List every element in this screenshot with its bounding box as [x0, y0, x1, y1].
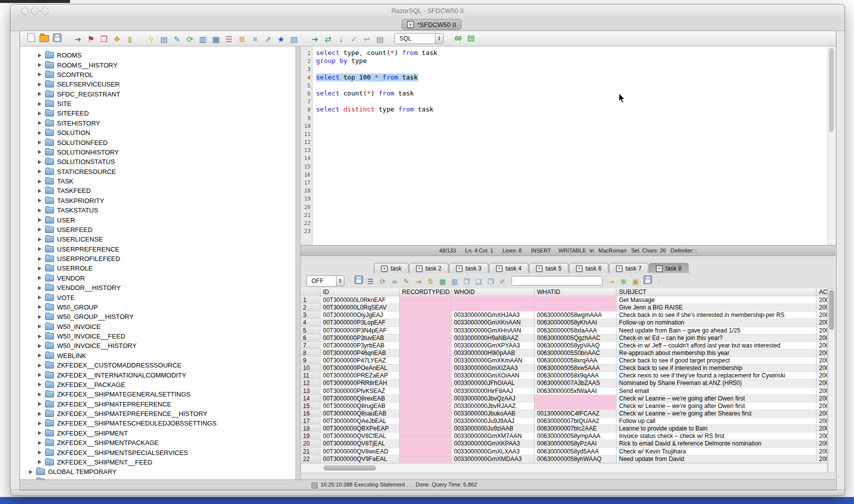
disclosure-triangle-icon[interactable]	[38, 324, 42, 328]
cell[interactable]	[534, 296, 616, 304]
cell[interactable]: Check w/ Leanne – we're going after Shea…	[616, 410, 816, 418]
cell[interactable]: Re-approach about membership this year	[616, 350, 816, 357]
cell[interactable]: Check w/ Kevin Tsujihara	[616, 448, 816, 456]
disclosure-triangle-icon[interactable]	[38, 228, 42, 232]
database-icon[interactable]: ▮	[124, 34, 136, 46]
disclosure-triangle-icon[interactable]	[38, 364, 42, 368]
editor-line[interactable]: 5	[300, 82, 828, 90]
column-header-rownum[interactable]	[300, 288, 320, 296]
cell[interactable]	[400, 327, 452, 334]
disclosure-triangle-icon[interactable]	[38, 334, 42, 338]
sidebar-item-zkfedex__shipmentpackage[interactable]: ZKFEDEX__SHIPMENTPACKAGE	[20, 438, 296, 448]
cell[interactable]: 200	[816, 304, 828, 312]
cell[interactable]: 00T3000000P3LopEAF	[320, 319, 400, 326]
cell[interactable]: 00T3000000P3N4pEAF	[320, 327, 400, 334]
disclosure-triangle-icon[interactable]	[38, 286, 42, 290]
row-number[interactable]: 5	[300, 327, 320, 334]
close-tab-icon[interactable]: ×	[456, 266, 462, 272]
fetch-down-icon[interactable]: ↓	[334, 34, 348, 46]
editor-line[interactable]: 16	[300, 170, 828, 178]
sidebar-item-global-temporary[interactable]: GLOBAL TEMPORARY	[20, 467, 296, 476]
cell[interactable]: 0033000000GmXLXAA3	[452, 448, 534, 456]
close-tab-icon[interactable]: ×	[536, 266, 542, 272]
cell[interactable]	[400, 418, 452, 425]
cell[interactable]	[534, 395, 616, 402]
describe-table-icon[interactable]: ▤	[158, 34, 170, 46]
row-number[interactable]: 16	[300, 410, 320, 418]
cell[interactable]: 00T3000000QV8CfEAL	[320, 432, 400, 440]
cell[interactable]: 200	[816, 364, 828, 372]
edit-sql-icon[interactable]: ✎	[170, 34, 184, 46]
sidebar-item-solutionfeed[interactable]: SOLUTIONFEED	[20, 138, 296, 147]
cell[interactable]: 00T3000000L0RqSEAV	[320, 304, 400, 312]
cell[interactable]: 00630000005S0bnAAC	[534, 350, 616, 357]
cell[interactable]: 0033000000GmXOiAAN	[452, 372, 534, 380]
result-tab-task-7[interactable]: ×task 7	[609, 263, 648, 274]
cell[interactable]: 00T3000000Q8rugEAB	[320, 402, 400, 410]
cell[interactable]	[452, 304, 534, 312]
cell[interactable]: 00630000005xfWaAAI	[534, 388, 616, 395]
cell[interactable]: 00T3000000QV8TjEAL	[320, 440, 400, 448]
editor-line[interactable]: 21	[300, 211, 828, 219]
stepper-arrows-icon[interactable]: ▲▼	[435, 34, 443, 44]
row-number[interactable]: 21	[300, 448, 320, 456]
cell[interactable]: 200	[816, 410, 828, 418]
table-row[interactable]: 1200T3000000PRR8rEAH0033000000JFhGlAAL00…	[300, 380, 828, 387]
cell[interactable]: Send email	[616, 388, 816, 395]
table-row[interactable]: 1900T3000000QV8CfEAL0033000000GmXM7AAN00…	[300, 432, 828, 440]
cell[interactable]: 00T3000000QBXPeEAP	[320, 425, 400, 432]
cell[interactable]: Rick to email David & reference Delmonte…	[616, 440, 816, 448]
cell[interactable]: 00T3000000Q8rexEAB	[320, 395, 400, 402]
cell[interactable]	[400, 402, 452, 410]
cell[interactable]: 200	[816, 372, 828, 380]
cell[interactable]: 0033000000GmXKnAAN	[452, 319, 534, 326]
row-number[interactable]: 2	[300, 304, 320, 312]
sidebar-item-sfdc_registrant[interactable]: SFDC_REGISTRANT	[20, 90, 296, 99]
cell[interactable]: 00T3000000PRR8rEAH	[320, 380, 400, 387]
cell[interactable]: 006300000058wgmAAA	[534, 312, 616, 319]
sidebar-item-w50_invoice__feed[interactable]: W50_INVOICE__FEED	[20, 332, 296, 341]
cell[interactable]: 006300000058ympAAA	[534, 432, 616, 440]
editor-line[interactable]: 18	[300, 186, 828, 194]
row-number[interactable]: 20	[300, 440, 320, 448]
disclosure-triangle-icon[interactable]	[38, 344, 42, 348]
cell[interactable]: 0033000000Ju9J9AAJ	[452, 418, 534, 425]
refresh-results-icon[interactable]: ⟳	[376, 276, 388, 288]
disclosure-triangle-icon[interactable]	[38, 373, 42, 377]
cell[interactable]: 200	[816, 334, 828, 342]
close-tab-icon[interactable]: ×	[576, 266, 582, 272]
column-header-id[interactable]: ID	[320, 288, 400, 296]
disclosure-triangle-icon[interactable]	[38, 208, 42, 212]
cell[interactable]: Check w/ Leanne – we're going after Owen…	[616, 395, 816, 402]
stepper-arrows-icon[interactable]: ▲▼	[336, 276, 344, 286]
cell[interactable]: 200	[816, 388, 828, 395]
sidebar-item-w50_invoice[interactable]: W50_INVOICE	[20, 322, 296, 332]
cell[interactable]: 006300000058yPzAAI	[534, 440, 616, 448]
connect-icon[interactable]: ➜	[72, 34, 84, 46]
row-number[interactable]: 13	[300, 388, 320, 395]
disclosure-triangle-icon[interactable]	[38, 180, 42, 184]
editor-line[interactable]: 1select type, count(*) from task	[300, 49, 828, 57]
row-number[interactable]: 19	[300, 432, 320, 440]
cell[interactable]: 200	[816, 448, 828, 456]
column-header-ac[interactable]: AC	[816, 288, 828, 296]
align-icon[interactable]: ≡	[248, 34, 262, 46]
commit-icon[interactable]: ✓	[348, 34, 360, 46]
sidebar-item-userrole[interactable]: USERROLE	[20, 264, 296, 273]
cell[interactable]: 006300000058yhWAAQ	[534, 456, 616, 463]
row-number[interactable]: 9	[300, 357, 320, 364]
cell[interactable]: 006300000058xw5AAA	[534, 364, 616, 372]
row-number[interactable]: 17	[300, 418, 320, 425]
row-number[interactable]: 22	[300, 456, 320, 463]
disclosure-triangle-icon[interactable]	[38, 72, 42, 76]
list-icon[interactable]: ☰	[222, 34, 236, 46]
sidebar-item-userprofilefeed[interactable]: USERPROFILEFEED	[20, 254, 296, 264]
results-grid[interactable]: 100T3000000L0RknEAFGet Massage200200T300…	[300, 296, 828, 463]
editor-line[interactable]: 15	[300, 162, 828, 170]
disclosure-triangle-icon[interactable]	[38, 296, 42, 300]
row-number[interactable]: 4	[300, 319, 320, 326]
copy-cell-icon[interactable]: ❐	[460, 276, 472, 288]
paste-results-icon[interactable]: ▣	[630, 276, 642, 288]
row-number[interactable]: 12	[300, 380, 320, 387]
execute-sql-icon[interactable]: ϟ	[144, 34, 158, 46]
